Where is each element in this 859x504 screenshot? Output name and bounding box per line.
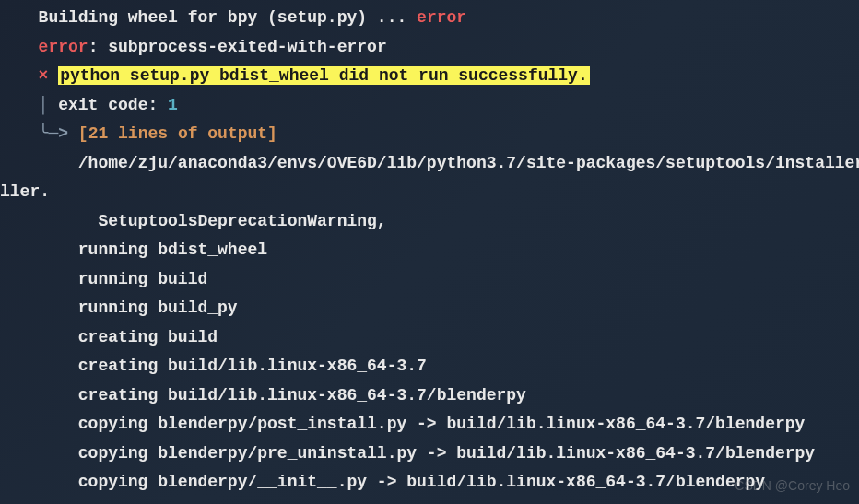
terminal-output-line: running build xyxy=(18,265,859,295)
error-status: error xyxy=(417,8,466,27)
terminal-line: ╰─> [21 lines of output] xyxy=(18,120,859,149)
cross-icon: × xyxy=(18,66,48,85)
colon: : xyxy=(88,38,109,56)
exit-code-value: 1 xyxy=(168,96,178,114)
terminal-line: × python setup.py bdist_wheel did not ru… xyxy=(18,62,859,91)
terminal-output-line: creating build/lib.linux-x86_64-3.7 xyxy=(18,352,859,381)
build-wheel-text: Building wheel for bpy (setup.py) ... xyxy=(18,8,417,27)
terminal-output-line: copying blenderpy/pre_uninstall.py -> bu… xyxy=(18,440,859,469)
terminal-line: Building wheel for bpy (setup.py) ... er… xyxy=(18,4,859,33)
watermark-text: CSDN @Corey Heo xyxy=(735,475,850,498)
terminal-output-line: creating build/lib.linux-x86_64-3.7/blen… xyxy=(18,381,859,411)
error-message: subprocess-exited-with-error xyxy=(108,38,386,56)
terminal-output-line: SetuptoolsDeprecationWarning, xyxy=(18,207,859,237)
terminal-output-line: copying blenderpy/post_install.py -> bui… xyxy=(18,410,859,440)
terminal-output-line: creating build xyxy=(18,323,859,353)
pipe-icon: │ xyxy=(18,96,58,114)
error-label: error xyxy=(18,38,88,56)
highlighted-error-text: python setup.py bdist_wheel did not run … xyxy=(58,66,590,85)
space xyxy=(48,66,58,85)
terminal-output-line: running build_py xyxy=(18,294,859,323)
terminal-line: error: subprocess-exited-with-error xyxy=(18,33,859,63)
terminal-output-line: /home/zju/anaconda3/envs/OVE6D/lib/pytho… xyxy=(18,149,859,179)
terminal-output-line: copying blenderpy/__init__.py -> build/l… xyxy=(18,468,859,498)
output-lines-label: [21 lines of output] xyxy=(78,124,277,143)
terminal-line: │ exit code: 1 xyxy=(18,91,859,121)
arrow-icon: ╰─> xyxy=(18,124,78,143)
terminal-output-line: ller. xyxy=(0,178,859,207)
terminal-output-line: running bdist_wheel xyxy=(18,236,859,265)
exit-code-label: exit code: xyxy=(58,96,168,114)
